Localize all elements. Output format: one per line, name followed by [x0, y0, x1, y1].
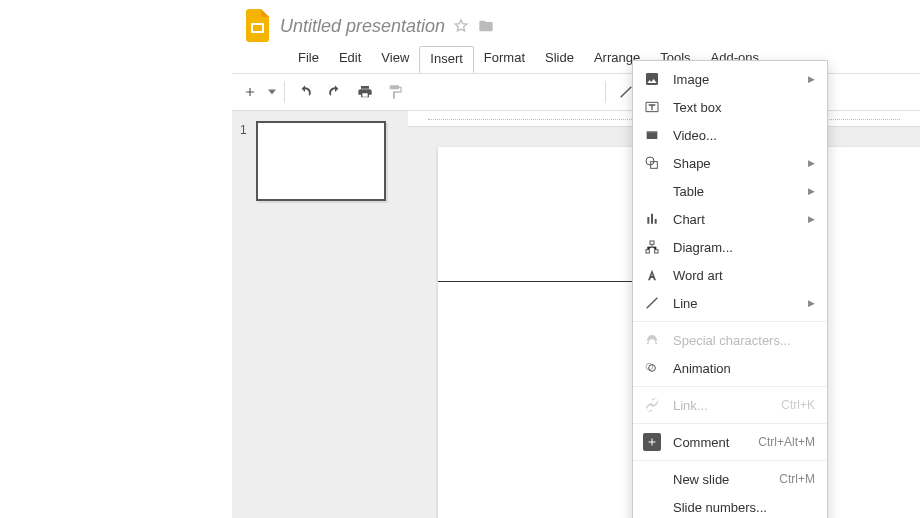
menu-separator: [633, 423, 827, 424]
menu-label: Chart: [673, 212, 796, 227]
menu-separator: [633, 321, 827, 322]
menu-shortcut: Ctrl+K: [781, 398, 815, 412]
insert-comment[interactable]: Comment Ctrl+Alt+M: [633, 428, 827, 456]
menu-view[interactable]: View: [371, 46, 419, 73]
undo-button[interactable]: [291, 78, 319, 106]
insert-word-art[interactable]: Word art: [633, 261, 827, 289]
submenu-arrow-icon: ▶: [808, 298, 815, 308]
star-icon[interactable]: [453, 18, 469, 34]
menu-label: Video...: [673, 128, 815, 143]
insert-table[interactable]: Table ▶: [633, 177, 827, 205]
word-art-icon: [643, 266, 661, 284]
video-icon: [643, 126, 661, 144]
print-button[interactable]: [351, 78, 379, 106]
line-icon: [643, 294, 661, 312]
new-slide-dropdown[interactable]: [266, 88, 278, 96]
insert-diagram[interactable]: Diagram...: [633, 233, 827, 261]
submenu-arrow-icon: ▶: [808, 74, 815, 84]
menu-label: New slide: [673, 472, 767, 487]
insert-line[interactable]: Line ▶: [633, 289, 827, 317]
thumb-number: 1: [240, 121, 256, 201]
slide-thumbnail-1[interactable]: [256, 121, 386, 201]
shape-icon: [643, 154, 661, 172]
folder-icon[interactable]: [477, 18, 495, 34]
paint-format-button[interactable]: [381, 78, 409, 106]
link-icon: [643, 396, 661, 414]
menu-separator: [633, 386, 827, 387]
comment-icon: [643, 433, 661, 451]
menu-label: Comment: [673, 435, 746, 450]
menu-label: Image: [673, 72, 796, 87]
animation-icon: [643, 359, 661, 377]
insert-link: Link... Ctrl+K: [633, 391, 827, 419]
menu-label: Table: [673, 184, 796, 199]
insert-video[interactable]: Video...: [633, 121, 827, 149]
insert-image[interactable]: Image ▶: [633, 65, 827, 93]
menu-label: Shape: [673, 156, 796, 171]
submenu-arrow-icon: ▶: [808, 214, 815, 224]
toolbar-separator: [605, 81, 606, 103]
slides-logo: [244, 8, 272, 44]
insert-text-box[interactable]: Text box: [633, 93, 827, 121]
slide-thumbnails: 1: [232, 111, 398, 518]
submenu-arrow-icon: ▶: [808, 158, 815, 168]
menu-shortcut: Ctrl+M: [779, 472, 815, 486]
doc-title[interactable]: Untitled presentation: [280, 16, 445, 37]
svg-rect-5: [646, 250, 649, 253]
diagram-icon: [643, 238, 661, 256]
svg-rect-6: [655, 250, 658, 253]
image-icon: [643, 70, 661, 88]
text-box-icon: [643, 98, 661, 116]
omega-icon: [643, 331, 661, 349]
menu-file[interactable]: File: [288, 46, 329, 73]
menu-label: Link...: [673, 398, 769, 413]
insert-slide-numbers[interactable]: Slide numbers...: [633, 493, 827, 518]
svg-rect-1: [253, 25, 262, 31]
chart-icon: [643, 210, 661, 228]
menu-label: Diagram...: [673, 240, 815, 255]
toolbar-separator: [284, 81, 285, 103]
submenu-arrow-icon: ▶: [808, 186, 815, 196]
new-slide-button[interactable]: [236, 78, 264, 106]
insert-special-characters: Special characters...: [633, 326, 827, 354]
menu-label: Line: [673, 296, 796, 311]
insert-chart[interactable]: Chart ▶: [633, 205, 827, 233]
insert-shape[interactable]: Shape ▶: [633, 149, 827, 177]
menu-edit[interactable]: Edit: [329, 46, 371, 73]
menu-separator: [633, 460, 827, 461]
menu-label: Word art: [673, 268, 815, 283]
menu-label: Special characters...: [673, 333, 815, 348]
menu-label: Slide numbers...: [673, 500, 815, 515]
menu-shortcut: Ctrl+Alt+M: [758, 435, 815, 449]
insert-new-slide[interactable]: New slide Ctrl+M: [633, 465, 827, 493]
redo-button[interactable]: [321, 78, 349, 106]
menu-label: Text box: [673, 100, 815, 115]
menu-insert[interactable]: Insert: [419, 46, 474, 73]
insert-dropdown: Image ▶ Text box Video... Shape ▶ Table …: [632, 60, 828, 518]
menu-slide[interactable]: Slide: [535, 46, 584, 73]
insert-animation[interactable]: Animation: [633, 354, 827, 382]
menu-label: Animation: [673, 361, 815, 376]
svg-point-2: [646, 157, 654, 165]
menu-format[interactable]: Format: [474, 46, 535, 73]
svg-rect-4: [650, 241, 654, 244]
